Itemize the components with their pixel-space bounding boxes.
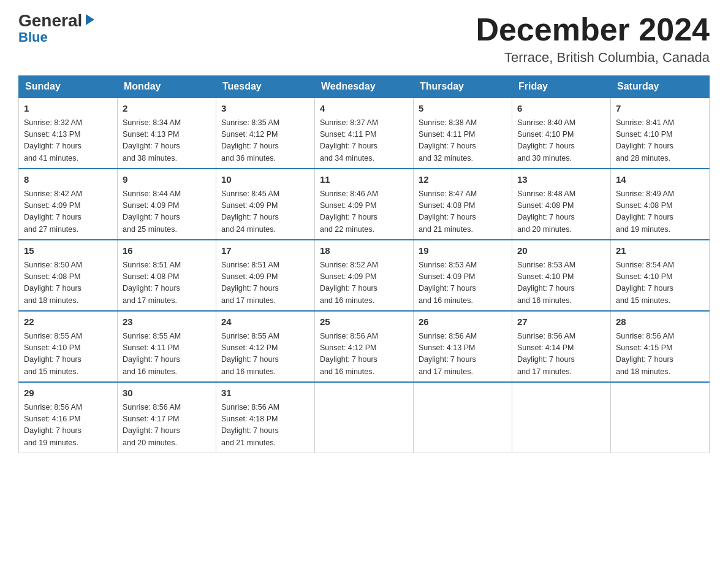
calendar-cell: 27Sunrise: 8:56 AMSunset: 4:14 PMDayligh…: [512, 311, 611, 382]
day-number: 30: [123, 386, 211, 400]
calendar-cell: 14Sunrise: 8:49 AMSunset: 4:08 PMDayligh…: [611, 169, 710, 240]
day-info: Sunrise: 8:55 AMSunset: 4:11 PMDaylight:…: [123, 331, 211, 378]
day-info: Sunrise: 8:37 AMSunset: 4:11 PMDaylight:…: [320, 117, 408, 165]
calendar-cell: 28Sunrise: 8:56 AMSunset: 4:15 PMDayligh…: [611, 311, 710, 382]
day-number: 15: [24, 244, 112, 258]
day-number: 24: [221, 315, 309, 329]
calendar-cell: 19Sunrise: 8:53 AMSunset: 4:09 PMDayligh…: [414, 240, 512, 311]
calendar-cell: 30Sunrise: 8:56 AMSunset: 4:17 PMDayligh…: [118, 382, 216, 453]
calendar-cell: 12Sunrise: 8:47 AMSunset: 4:08 PMDayligh…: [414, 169, 512, 240]
day-number: 3: [221, 102, 309, 116]
calendar-subtitle: Terrace, British Columbia, Canada: [476, 50, 710, 66]
calendar-cell: 29Sunrise: 8:56 AMSunset: 4:16 PMDayligh…: [19, 382, 118, 453]
day-info: Sunrise: 8:53 AMSunset: 4:09 PMDaylight:…: [419, 259, 507, 307]
calendar-cell: 20Sunrise: 8:53 AMSunset: 4:10 PMDayligh…: [512, 240, 611, 311]
day-number: 1: [24, 102, 112, 116]
day-number: 13: [517, 173, 605, 187]
calendar-cell: 9Sunrise: 8:44 AMSunset: 4:09 PMDaylight…: [118, 169, 216, 240]
calendar-cell: 7Sunrise: 8:41 AMSunset: 4:10 PMDaylight…: [611, 98, 710, 169]
day-info: Sunrise: 8:41 AMSunset: 4:10 PMDaylight:…: [616, 117, 704, 165]
day-info: Sunrise: 8:44 AMSunset: 4:09 PMDaylight:…: [123, 188, 211, 236]
day-info: Sunrise: 8:50 AMSunset: 4:08 PMDaylight:…: [24, 259, 112, 307]
day-number: 22: [24, 315, 112, 329]
calendar-cell: [414, 382, 512, 453]
calendar-title: December 2024: [476, 12, 710, 47]
day-info: Sunrise: 8:55 AMSunset: 4:12 PMDaylight:…: [221, 331, 309, 378]
calendar-cell: 31Sunrise: 8:56 AMSunset: 4:18 PMDayligh…: [216, 382, 315, 453]
calendar-week-5: 29Sunrise: 8:56 AMSunset: 4:16 PMDayligh…: [19, 382, 710, 453]
calendar-cell: 17Sunrise: 8:51 AMSunset: 4:09 PMDayligh…: [216, 240, 315, 311]
day-info: Sunrise: 8:56 AMSunset: 4:14 PMDaylight:…: [517, 331, 605, 378]
day-info: Sunrise: 8:38 AMSunset: 4:11 PMDaylight:…: [419, 117, 507, 165]
calendar-week-4: 22Sunrise: 8:55 AMSunset: 4:10 PMDayligh…: [19, 311, 710, 382]
calendar-table: SundayMondayTuesdayWednesdayThursdayFrid…: [18, 75, 710, 453]
day-info: Sunrise: 8:46 AMSunset: 4:09 PMDaylight:…: [320, 188, 408, 236]
calendar-week-2: 8Sunrise: 8:42 AMSunset: 4:09 PMDaylight…: [19, 169, 710, 240]
column-header-monday: Monday: [118, 76, 216, 98]
day-number: 11: [320, 173, 408, 187]
day-number: 29: [24, 386, 112, 400]
calendar-cell: 16Sunrise: 8:51 AMSunset: 4:08 PMDayligh…: [118, 240, 216, 311]
day-info: Sunrise: 8:56 AMSunset: 4:13 PMDaylight:…: [419, 331, 507, 378]
calendar-cell: 4Sunrise: 8:37 AMSunset: 4:11 PMDaylight…: [315, 98, 414, 169]
logo-arrow-icon: [83, 13, 97, 26]
day-number: 6: [517, 102, 605, 116]
day-info: Sunrise: 8:40 AMSunset: 4:10 PMDaylight:…: [517, 117, 605, 165]
day-number: 31: [221, 386, 309, 400]
column-header-sunday: Sunday: [19, 76, 118, 98]
calendar-cell: [611, 382, 710, 453]
page-header: General Blue December 2024 Terrace, Brit…: [18, 12, 710, 66]
column-header-saturday: Saturday: [611, 76, 710, 98]
day-number: 16: [123, 244, 211, 258]
calendar-title-area: December 2024 Terrace, British Columbia,…: [476, 12, 710, 66]
day-info: Sunrise: 8:47 AMSunset: 4:08 PMDaylight:…: [419, 188, 507, 236]
calendar-cell: [512, 382, 611, 453]
calendar-cell: 15Sunrise: 8:50 AMSunset: 4:08 PMDayligh…: [19, 240, 118, 311]
day-number: 14: [616, 173, 704, 187]
day-info: Sunrise: 8:51 AMSunset: 4:09 PMDaylight:…: [221, 259, 309, 307]
day-number: 20: [517, 244, 605, 258]
logo-general: General: [18, 12, 82, 29]
calendar-cell: 5Sunrise: 8:38 AMSunset: 4:11 PMDaylight…: [414, 98, 512, 169]
calendar-cell: 18Sunrise: 8:52 AMSunset: 4:09 PMDayligh…: [315, 240, 414, 311]
day-info: Sunrise: 8:53 AMSunset: 4:10 PMDaylight:…: [517, 259, 605, 307]
calendar-week-1: 1Sunrise: 8:32 AMSunset: 4:13 PMDaylight…: [19, 98, 710, 169]
day-info: Sunrise: 8:34 AMSunset: 4:13 PMDaylight:…: [123, 117, 211, 165]
logo: General Blue: [18, 12, 97, 45]
calendar-cell: 26Sunrise: 8:56 AMSunset: 4:13 PMDayligh…: [414, 311, 512, 382]
day-info: Sunrise: 8:56 AMSunset: 4:12 PMDaylight:…: [320, 331, 408, 378]
day-number: 26: [419, 315, 507, 329]
day-number: 27: [517, 315, 605, 329]
day-info: Sunrise: 8:42 AMSunset: 4:09 PMDaylight:…: [24, 188, 112, 236]
calendar-cell: 10Sunrise: 8:45 AMSunset: 4:09 PMDayligh…: [216, 169, 315, 240]
column-header-friday: Friday: [512, 76, 611, 98]
day-number: 18: [320, 244, 408, 258]
calendar-cell: 1Sunrise: 8:32 AMSunset: 4:13 PMDaylight…: [19, 98, 118, 169]
day-number: 12: [419, 173, 507, 187]
calendar-cell: 11Sunrise: 8:46 AMSunset: 4:09 PMDayligh…: [315, 169, 414, 240]
day-number: 17: [221, 244, 309, 258]
calendar-week-3: 15Sunrise: 8:50 AMSunset: 4:08 PMDayligh…: [19, 240, 710, 311]
day-info: Sunrise: 8:51 AMSunset: 4:08 PMDaylight:…: [123, 259, 211, 307]
day-info: Sunrise: 8:56 AMSunset: 4:18 PMDaylight:…: [221, 402, 309, 450]
day-info: Sunrise: 8:56 AMSunset: 4:15 PMDaylight:…: [616, 331, 704, 378]
day-number: 5: [419, 102, 507, 116]
logo-blue: Blue: [18, 29, 48, 45]
calendar-cell: 21Sunrise: 8:54 AMSunset: 4:10 PMDayligh…: [611, 240, 710, 311]
column-header-thursday: Thursday: [414, 76, 512, 98]
calendar-cell: 23Sunrise: 8:55 AMSunset: 4:11 PMDayligh…: [118, 311, 216, 382]
day-number: 25: [320, 315, 408, 329]
day-info: Sunrise: 8:49 AMSunset: 4:08 PMDaylight:…: [616, 188, 704, 236]
day-number: 2: [123, 102, 211, 116]
day-info: Sunrise: 8:45 AMSunset: 4:09 PMDaylight:…: [221, 188, 309, 236]
calendar-cell: 2Sunrise: 8:34 AMSunset: 4:13 PMDaylight…: [118, 98, 216, 169]
day-number: 19: [419, 244, 507, 258]
day-info: Sunrise: 8:54 AMSunset: 4:10 PMDaylight:…: [616, 259, 704, 307]
calendar-cell: 22Sunrise: 8:55 AMSunset: 4:10 PMDayligh…: [19, 311, 118, 382]
day-info: Sunrise: 8:56 AMSunset: 4:16 PMDaylight:…: [24, 402, 112, 450]
calendar-cell: 13Sunrise: 8:48 AMSunset: 4:08 PMDayligh…: [512, 169, 611, 240]
day-number: 23: [123, 315, 211, 329]
calendar-header-row: SundayMondayTuesdayWednesdayThursdayFrid…: [19, 76, 710, 98]
day-info: Sunrise: 8:35 AMSunset: 4:12 PMDaylight:…: [221, 117, 309, 165]
day-number: 9: [123, 173, 211, 187]
